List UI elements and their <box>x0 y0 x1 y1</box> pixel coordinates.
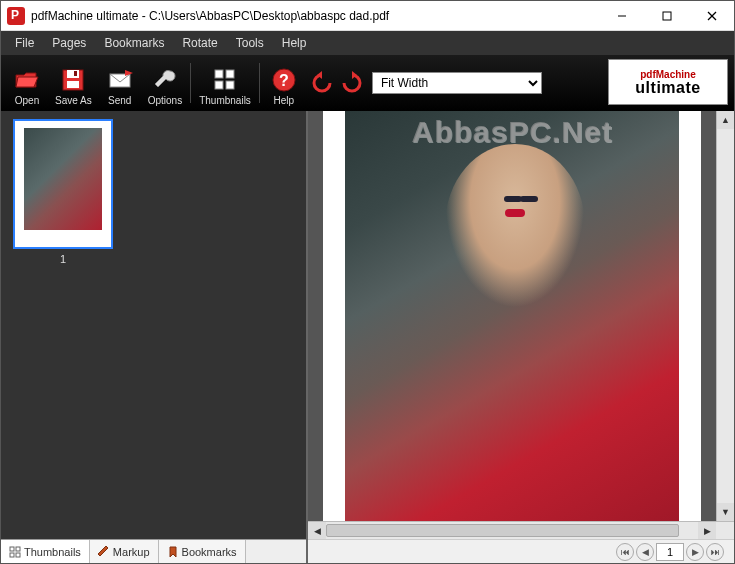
content-area: 1 Thumbnails Markup Bookmarks <box>1 111 734 563</box>
svg-rect-15 <box>10 547 14 551</box>
open-label: Open <box>15 95 39 106</box>
menubar: File Pages Bookmarks Rotate Tools Help <box>1 31 734 55</box>
wrench-icon <box>152 67 178 93</box>
svg-rect-6 <box>67 81 79 88</box>
scroll-up-button[interactable]: ▲ <box>717 111 734 129</box>
svg-rect-16 <box>16 547 20 551</box>
menu-pages[interactable]: Pages <box>44 33 94 53</box>
pdf-page: AbbasPC.Net <box>323 111 701 521</box>
brand-line-1: pdfMachine <box>640 69 696 80</box>
titlebar: pdfMachine ultimate - C:\Users\AbbasPC\D… <box>1 1 734 31</box>
thumbnails-label: Thumbnails <box>199 95 251 106</box>
zoom-select[interactable]: Fit Width <box>372 72 542 94</box>
first-page-button[interactable]: ⏮ <box>616 543 634 561</box>
thumbnail-panel: 1 <box>1 111 306 539</box>
page-image <box>345 111 679 521</box>
options-button[interactable]: Options <box>144 58 186 108</box>
toolbar: Open Save As Send Options <box>1 55 734 111</box>
menu-bookmarks[interactable]: Bookmarks <box>96 33 172 53</box>
svg-rect-10 <box>226 70 234 78</box>
last-page-button[interactable]: ⏭ <box>706 543 724 561</box>
svg-rect-12 <box>226 81 234 89</box>
vertical-scrollbar[interactable]: ▲ ▼ <box>716 111 734 521</box>
sidebar: 1 Thumbnails Markup Bookmarks <box>1 111 308 563</box>
scroll-down-button[interactable]: ▼ <box>717 503 734 521</box>
save-icon <box>60 67 86 93</box>
page-viewport[interactable]: AbbasPC.Net <box>308 111 716 521</box>
open-folder-icon <box>14 67 40 93</box>
rotate-right-button[interactable] <box>340 71 364 95</box>
thumbnails-icon <box>212 67 238 93</box>
markup-tab-icon <box>98 546 110 558</box>
scroll-left-button[interactable]: ◀ <box>308 522 326 539</box>
save-as-button[interactable]: Save As <box>51 58 96 108</box>
app-icon <box>7 7 25 25</box>
svg-rect-11 <box>215 81 223 89</box>
pager: ⏮ ◀ ▶ ⏭ <box>308 539 734 563</box>
thumbnail-label: 1 <box>13 253 113 265</box>
horizontal-scroll-thumb[interactable] <box>326 524 679 537</box>
tab-markup-label: Markup <box>113 546 150 558</box>
window-title: pdfMachine ultimate - C:\Users\AbbasPC\D… <box>31 9 599 23</box>
send-icon <box>107 67 133 93</box>
svg-text:?: ? <box>279 72 289 89</box>
help-icon: ? <box>271 67 297 93</box>
tab-markup[interactable]: Markup <box>90 540 159 563</box>
help-label: Help <box>274 95 295 106</box>
close-button[interactable] <box>689 2 734 30</box>
menu-rotate[interactable]: Rotate <box>174 33 225 53</box>
menu-tools[interactable]: Tools <box>228 33 272 53</box>
sidebar-tabs: Thumbnails Markup Bookmarks <box>1 539 306 563</box>
thumbnails-button[interactable]: Thumbnails <box>195 58 255 108</box>
tab-thumbnails[interactable]: Thumbnails <box>1 540 90 563</box>
menu-file[interactable]: File <box>7 33 42 53</box>
maximize-button[interactable] <box>644 2 689 30</box>
send-label: Send <box>108 95 131 106</box>
svg-rect-5 <box>67 70 79 78</box>
send-button[interactable]: Send <box>100 58 140 108</box>
svg-rect-1 <box>663 12 671 20</box>
viewer: AbbasPC.Net ▲ ▼ ◀ ▶ ⏮ ◀ ▶ ⏭ <box>308 111 734 563</box>
thumbnails-tab-icon <box>9 546 21 558</box>
open-button[interactable]: Open <box>7 58 47 108</box>
scroll-right-button[interactable]: ▶ <box>698 522 716 539</box>
tab-bookmarks[interactable]: Bookmarks <box>159 540 246 563</box>
horizontal-scrollbar[interactable]: ◀ ▶ <box>308 521 734 539</box>
next-page-button[interactable]: ▶ <box>686 543 704 561</box>
help-button[interactable]: ? Help <box>264 58 304 108</box>
brand-logo: pdfMachine ultimate <box>608 59 728 105</box>
tab-thumbnails-label: Thumbnails <box>24 546 81 558</box>
svg-rect-17 <box>10 553 14 557</box>
prev-page-button[interactable]: ◀ <box>636 543 654 561</box>
page-thumbnail[interactable] <box>13 119 113 249</box>
svg-rect-7 <box>74 71 77 76</box>
save-as-label: Save As <box>55 95 92 106</box>
tab-bookmarks-label: Bookmarks <box>182 546 237 558</box>
brand-line-2: ultimate <box>635 80 700 96</box>
menu-help[interactable]: Help <box>274 33 315 53</box>
svg-rect-9 <box>215 70 223 78</box>
rotate-left-button[interactable] <box>310 71 334 95</box>
minimize-button[interactable] <box>599 2 644 30</box>
bookmarks-tab-icon <box>167 546 179 558</box>
svg-rect-18 <box>16 553 20 557</box>
options-label: Options <box>148 95 182 106</box>
page-number-input[interactable] <box>656 543 684 561</box>
